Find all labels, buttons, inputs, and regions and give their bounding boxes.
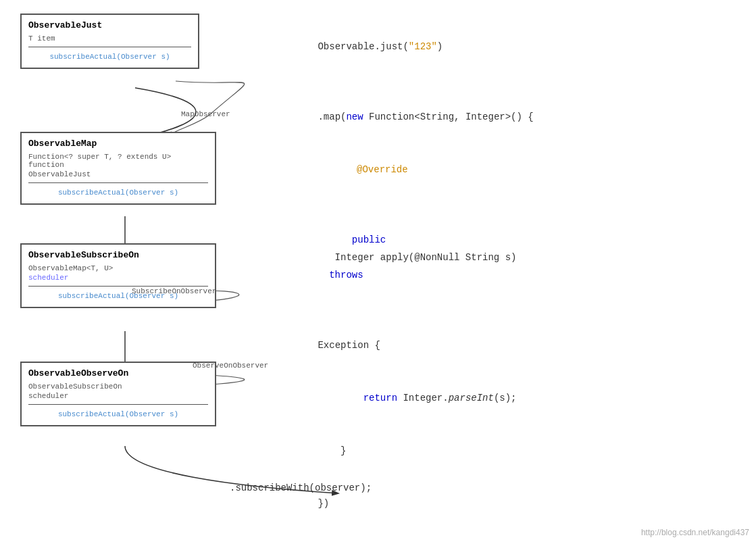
code-map: .map(new Function<String, Integer>() { — [318, 112, 533, 122]
field-t-item: T item — [28, 34, 191, 43]
code-override: @Override — [334, 164, 407, 175]
observe-on-observer-label: ObserveOnObserver — [193, 362, 268, 370]
method-observable-observe-on: subscribeActual(Observer s) — [28, 409, 208, 420]
observable-observe-on-box: ObservableObserveOn ObservableSubscribeO… — [20, 362, 216, 426]
code-subscribe-with: .subscribeWith(observer); — [230, 483, 372, 493]
field-observable-subscribe-on: ObservableSubscribeOn — [28, 382, 208, 391]
diagram-container: ObservableJust T item subscribeActual(Ob… — [0, 0, 756, 544]
code-close-paren: }) — [318, 498, 329, 509]
code-apply: public Integer apply(@NonNull String s) … — [284, 234, 522, 298]
observable-subscribe-on-box: ObservableSubscribeOn ObservableMap<T, U… — [20, 243, 216, 308]
code-line-apply: public Integer apply(@NonNull String s) … — [284, 196, 556, 319]
watermark: http://blog.csdn.net/kangdi437 — [641, 528, 749, 537]
class-name-observable-just: ObservableJust — [28, 20, 191, 30]
method-observable-just: subscribeActual(Observer s) — [28, 51, 191, 62]
observable-map-box: ObservableMap Function<? super T, ? exte… — [20, 132, 216, 205]
code-line-override: @Override — [284, 143, 556, 196]
class-name-observable-map: ObservableMap — [28, 139, 208, 149]
field-function: Function<? super T, ? extends U> functio… — [28, 153, 208, 169]
field-observable-map: ObservableMap<T, U> — [28, 264, 208, 272]
class-name-observable-observe-on: ObservableObserveOn — [28, 368, 208, 378]
code-close-brace: } — [318, 445, 346, 456]
code-line-1: Observable.just("123") — [284, 20, 556, 73]
field-observable-just: ObservableJust — [28, 170, 208, 178]
code-line-return: return Integer.parseInt(s); — [284, 372, 556, 424]
class-name-observable-subscribe-on: ObservableSubscribeOn — [28, 250, 208, 260]
code-line-blank-1 — [284, 73, 556, 91]
code-observable-just: Observable.just("123") — [318, 41, 443, 52]
observable-just-box: ObservableJust T item subscribeActual(Ob… — [20, 14, 199, 69]
code-area: Observable.just("123") .map(new Function… — [284, 20, 556, 544]
subscribe-on-observer-label: SubscribeOnObserver — [132, 287, 216, 295]
code-line-exception: Exception { — [284, 319, 556, 372]
code-line-blank-2 — [284, 530, 556, 544]
code-line-close-brace: } — [284, 424, 556, 477]
method-observable-map: subscribeActual(Observer s) — [28, 187, 208, 198]
field-scheduler-1: scheduler — [28, 274, 208, 282]
field-scheduler-2: scheduler — [28, 392, 208, 400]
code-line-map: .map(new Function<String, Integer>() { — [284, 91, 556, 143]
map-observer-label: MapObserver — [181, 110, 230, 118]
code-return: return Integer.parseInt(s); — [318, 393, 516, 403]
code-exception: Exception { — [318, 340, 380, 351]
